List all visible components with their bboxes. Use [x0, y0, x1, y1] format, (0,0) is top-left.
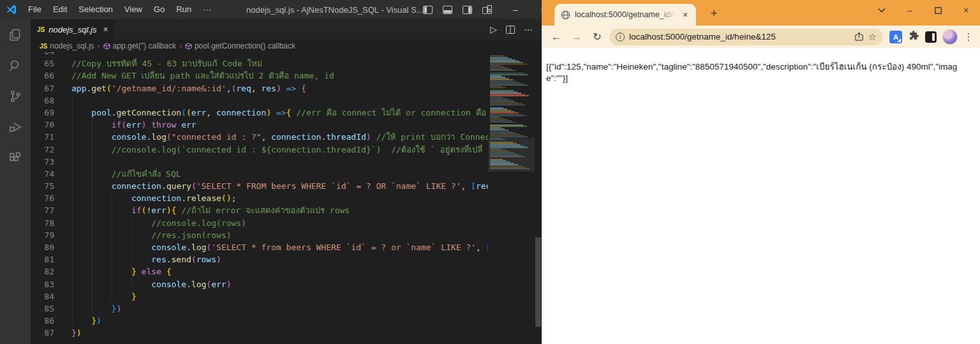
code-line: 68	[31, 94, 542, 107]
vscode-window: FileEditSelectionViewGoRun··· nodejs_sql…	[0, 0, 542, 344]
browser-minimize-button[interactable]: –	[896, 0, 924, 20]
menu-file[interactable]: File	[22, 0, 47, 19]
site-info-icon[interactable]: i	[616, 33, 625, 41]
line-number: 75	[31, 180, 54, 192]
run-file-icon[interactable]: ▷	[490, 24, 497, 34]
line-number: 73	[31, 156, 54, 168]
line-number: 65	[31, 57, 54, 70]
line-number: 69	[31, 107, 54, 119]
code-lines: 6465//Copy บรรทัดที่ 45 - 63 มาปรับแก้ C…	[31, 52, 542, 340]
browser-chevron-icon[interactable]	[868, 0, 896, 20]
editor-tab-bar: JS nodejs_sql.js × ▷ ⋯	[31, 19, 542, 40]
search-icon[interactable]	[7, 57, 24, 74]
menu-view[interactable]: View	[119, 0, 148, 19]
code-line: 86 })	[31, 315, 542, 327]
code-editor[interactable]: 6465//Copy บรรทัดที่ 45 - 63 มาปรับแก้ C…	[31, 52, 542, 344]
forward-button[interactable]: →	[568, 29, 585, 45]
toggle-panel-icon[interactable]	[443, 6, 452, 14]
globe-favicon-icon	[561, 10, 570, 20]
browser-tab[interactable]: localhost:5000/getname_id/heine ×	[554, 4, 696, 26]
extensions-puzzle-icon[interactable]	[908, 30, 919, 44]
symbol-method-icon	[185, 43, 192, 50]
browser-tab-close-icon[interactable]: ×	[679, 9, 691, 20]
run-debug-icon[interactable]	[7, 119, 24, 135]
split-editor-icon[interactable]	[506, 26, 515, 34]
code-line: 78 //console.log(rows)	[31, 217, 542, 229]
scrollbar-thumb[interactable]	[535, 237, 541, 327]
code-text: res.send(rows)	[54, 253, 221, 265]
reload-button[interactable]: ↻	[589, 29, 605, 45]
code-line: 76 connection.release();	[31, 192, 542, 204]
line-number: 80	[31, 241, 54, 253]
code-line: 84 }	[31, 290, 542, 303]
json-response-text: [{"id":125,"name":"Heineken","tagline":"…	[546, 61, 976, 84]
explorer-icon[interactable]	[7, 27, 24, 43]
code-line: 64	[31, 52, 542, 57]
address-bar[interactable]: i localhost:5000/getname_id/heine&125 ☆	[609, 29, 883, 45]
customize-layout-icon[interactable]	[482, 5, 492, 14]
line-number: 66	[31, 70, 54, 82]
line-number: 79	[31, 229, 54, 241]
editor-scrollbar[interactable]	[535, 52, 542, 344]
browser-window: localhost:5000/getname_id/heine × + – × …	[542, 0, 980, 344]
browser-close-button[interactable]: ×	[952, 0, 980, 20]
line-number: 82	[31, 265, 54, 278]
indent-guide	[72, 94, 73, 327]
breadcrumb-label: app.get('') callback	[113, 41, 176, 50]
js-file-icon: JS	[37, 26, 45, 33]
code-text: //console.log(rows)	[54, 217, 246, 229]
menu-edit[interactable]: Edit	[47, 0, 73, 19]
menu-selection[interactable]: Selection	[73, 0, 118, 19]
line-number: 83	[31, 278, 54, 290]
code-line: 65//Copy บรรทัดที่ 45 - 63 มาปรับแก้ Cod…	[31, 57, 542, 70]
vscode-minimize-button[interactable]: –	[501, 0, 530, 19]
share-icon[interactable]	[854, 32, 864, 41]
code-line: 79 //res.json(rows)	[31, 229, 542, 241]
breadcrumb-separator: ›	[179, 41, 182, 50]
line-number: 81	[31, 253, 54, 265]
minimap-line	[490, 87, 506, 88]
tab-close-icon[interactable]: ×	[103, 24, 108, 34]
code-text: })	[54, 327, 82, 339]
breadcrumb-item[interactable]: pool.getConnection() callback	[185, 41, 295, 50]
source-control-icon[interactable]	[7, 88, 24, 105]
code-text: }	[54, 290, 137, 303]
breadcrumb-item[interactable]: app.get('') callback	[103, 41, 176, 50]
line-number: 71	[31, 131, 54, 143]
toggle-secondary-sidebar-icon[interactable]	[463, 6, 472, 14]
extensions-icon[interactable]	[7, 149, 24, 166]
breadcrumb[interactable]: JSnodejs_sql.js›app.get('') callback›poo…	[31, 40, 542, 52]
side-panel-extension-icon[interactable]	[925, 31, 937, 43]
profile-avatar[interactable]	[942, 29, 958, 45]
toggle-sidebar-icon[interactable]	[423, 6, 433, 14]
bookmark-star-icon[interactable]: ☆	[868, 31, 877, 43]
line-number: 68	[31, 94, 54, 107]
more-actions-icon[interactable]: ⋯	[524, 24, 533, 34]
menu-[interactable]: ···	[197, 0, 217, 19]
tab-nodejs-sql-js[interactable]: JS nodejs_sql.js ×	[31, 19, 115, 40]
line-number: 67	[31, 82, 54, 94]
symbol-method-icon	[103, 43, 110, 50]
code-line: 72 //console.log(`connected id : ${conne…	[31, 144, 542, 156]
breadcrumb-item[interactable]: JSnodejs_sql.js	[40, 41, 94, 50]
menu-run[interactable]: Run	[170, 0, 197, 19]
activity-bar	[0, 19, 31, 344]
minimap-line	[490, 139, 505, 140]
translate-extension-icon[interactable]: A	[889, 31, 902, 43]
url-text[interactable]: localhost:5000/getname_id/heine&125	[629, 32, 850, 41]
indent-guide	[131, 217, 132, 290]
code-line: 87})	[31, 327, 542, 339]
line-number: 76	[31, 192, 54, 204]
back-button[interactable]: ←	[548, 29, 565, 45]
js-file-icon: JS	[40, 43, 47, 50]
browser-menu-icon[interactable]: ⋮	[963, 31, 974, 43]
minimap[interactable]	[488, 52, 535, 344]
line-number: 77	[31, 204, 54, 216]
browser-maximize-button[interactable]	[924, 0, 952, 20]
breadcrumb-label: nodejs_sql.js	[50, 41, 94, 50]
code-text: console.log("connected id : ?", connecti…	[54, 131, 490, 143]
code-text: })	[54, 303, 121, 315]
menu-go[interactable]: Go	[148, 0, 170, 19]
new-tab-button[interactable]: +	[706, 6, 722, 21]
breadcrumb-separator: ›	[98, 41, 100, 50]
